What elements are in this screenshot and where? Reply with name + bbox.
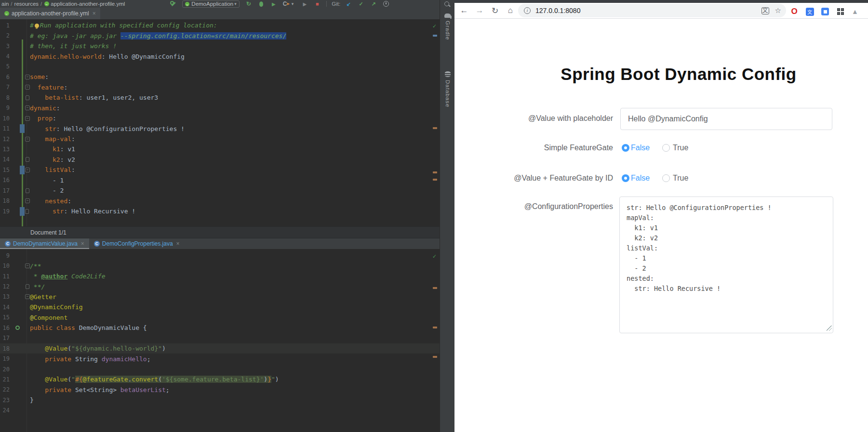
back-button[interactable]: ← — [458, 5, 470, 16]
radio-label-false[interactable]: False — [631, 174, 650, 183]
radio-label-false[interactable]: False — [631, 144, 650, 152]
lock-marker-icon[interactable] — [26, 188, 29, 193]
code-line: 11 str: Hello @ConfigurationProperties ! — [0, 123, 440, 133]
home-button[interactable]: ⌂ — [505, 5, 516, 16]
tab-demo-config-properties[interactable]: C DemoConfigProperties.java × — [89, 238, 185, 249]
lock-marker-icon[interactable] — [26, 95, 29, 100]
gutter-markers — [14, 30, 30, 40]
debug-button[interactable] — [257, 0, 266, 7]
simple-featuregate-true-radio[interactable] — [662, 144, 670, 152]
fold-marker-icon[interactable] — [25, 105, 30, 110]
tab-demo-dynamic-value[interactable]: C DemoDynamicValue.java × — [0, 238, 89, 249]
extension-qr-icon[interactable] — [835, 6, 846, 17]
line-number: 24 — [0, 407, 14, 414]
extension-screenshot-icon[interactable] — [820, 6, 830, 17]
code-line: 10/** — [0, 261, 440, 271]
code-line: 15 listVal: — [0, 165, 440, 175]
gutter-markers — [14, 62, 30, 72]
breadcrumb-item-file[interactable]: application-another-profile.yml — [51, 1, 125, 7]
lock-marker-icon[interactable] — [26, 284, 29, 289]
url-text[interactable]: 127.0.0.1:8080 — [535, 7, 580, 14]
git-push-button[interactable]: ↗ — [369, 0, 378, 7]
radio-label-true[interactable]: True — [673, 174, 688, 183]
value-placeholder-input[interactable] — [620, 108, 832, 130]
run-with-coverage-button[interactable]: ▶ — [269, 0, 278, 7]
editor-tab-bar-bottom: C DemoDynamicValue.java × C DemoConfigPr… — [0, 238, 454, 249]
close-icon[interactable]: × — [93, 10, 96, 17]
close-icon[interactable]: × — [81, 240, 84, 247]
radio-label-true[interactable]: True — [673, 144, 688, 152]
git-commit-button[interactable]: ✓ — [357, 0, 365, 7]
fold-marker-icon[interactable] — [25, 168, 30, 172]
extension-translate-icon[interactable]: 文 — [804, 6, 815, 17]
simple-featuregate-false-radio[interactable] — [622, 144, 629, 152]
gutter-markers — [14, 374, 30, 384]
fold-marker-icon[interactable] — [25, 263, 30, 268]
attach-run-button[interactable]: ▶ — [300, 0, 309, 7]
gutter-markers — [14, 155, 30, 165]
local-history-button[interactable] — [382, 0, 390, 7]
java-class-icon: C — [94, 241, 100, 247]
fold-marker-icon[interactable] — [25, 294, 30, 299]
bookmark-star-icon[interactable]: ☆ — [775, 6, 781, 15]
right-tool-window-bar: Gradle Database — [440, 0, 454, 432]
git-update-button[interactable]: ↙ — [344, 0, 353, 7]
code-line: 11 * @author Code2Life — [0, 271, 440, 281]
breadcrumb-item-main[interactable]: ain — [1, 1, 9, 7]
database-icon — [445, 71, 451, 77]
tool-window-database[interactable]: Database — [440, 71, 455, 107]
close-icon[interactable]: × — [176, 240, 180, 247]
code-text: #Run application with specified config l… — [30, 22, 217, 29]
fold-marker-icon[interactable] — [25, 116, 30, 121]
tool-window-gradle[interactable]: Gradle — [440, 13, 455, 40]
reload-button[interactable]: ↻ — [489, 5, 501, 16]
intention-bulb-icon[interactable] — [35, 24, 39, 28]
extension-red-icon[interactable]: O — [789, 6, 800, 17]
gutter-markers — [14, 92, 30, 103]
rerun-button[interactable]: ↻ — [244, 0, 253, 7]
line-number: 20 — [0, 366, 14, 373]
site-info-icon[interactable]: i — [524, 7, 531, 14]
featuregate-by-id-false-radio[interactable] — [622, 174, 629, 182]
lock-marker-icon[interactable] — [25, 209, 29, 214]
build-wrench-icon[interactable] — [169, 0, 177, 7]
code-line: 22 private Set<String> betaUserList; — [0, 385, 440, 395]
code-line: 15@Component — [0, 313, 440, 323]
lock-marker-icon[interactable] — [26, 157, 29, 162]
profiler-chevron-icon[interactable]: ▾ — [292, 1, 294, 6]
tab-application-another-profile-yml[interactable]: application-another-profile.yml × — [0, 8, 100, 19]
code-line: 20 — [0, 364, 440, 374]
address-bar[interactable]: i 127.0.0.1:8080 文 ☆ — [518, 4, 786, 17]
code-text: k1: v1 — [30, 145, 75, 153]
profiler-button[interactable]: C▶ — [282, 0, 291, 7]
configuration-properties-textarea[interactable]: str: Hello @ConfigurationProperties ! ma… — [619, 196, 833, 333]
code-line: 14 k2: v2 — [0, 155, 440, 165]
extension-rocket-icon[interactable]: ▲ — [850, 6, 860, 17]
code-text: private String dynamicHello; — [30, 355, 150, 363]
featuregate-by-id-true-radio[interactable] — [662, 174, 670, 182]
fold-marker-icon[interactable] — [25, 75, 30, 79]
textarea-resize-handle[interactable] — [827, 326, 832, 331]
code-line: 9dynamic: — [0, 103, 440, 113]
yaml-code-editor[interactable]: ✓ 1#Run application with specified confi… — [0, 19, 440, 227]
code-line: 16public class DemoDynamicValue { — [0, 323, 440, 333]
translate-page-icon[interactable]: 文 — [761, 7, 769, 14]
forward-button[interactable]: → — [474, 5, 485, 16]
search-icon[interactable] — [444, 1, 449, 6]
line-number: 19 — [0, 208, 14, 215]
line-number: 11 — [0, 273, 14, 280]
simple-featuregate-label: Simple FeatureGate — [468, 144, 613, 152]
gutter-markers — [14, 134, 30, 144]
fold-marker-icon[interactable] — [25, 137, 30, 142]
java-code-editor[interactable]: ✓ 910/**11 * @author Code2Life12 **/13@G… — [0, 249, 440, 432]
line-number: 12 — [0, 283, 14, 290]
code-line: 7 feature: — [0, 82, 440, 92]
line-number: 19 — [0, 355, 14, 362]
gutter-markers — [14, 343, 30, 353]
stop-button[interactable]: ■ — [313, 0, 321, 7]
fold-marker-icon[interactable] — [25, 85, 30, 90]
fold-marker-icon[interactable] — [25, 198, 30, 203]
line-number: 15 — [0, 314, 14, 321]
run-configuration-select[interactable]: DemoApplication ▾ — [182, 0, 239, 8]
breadcrumb-item-resources[interactable]: resources — [14, 1, 39, 7]
